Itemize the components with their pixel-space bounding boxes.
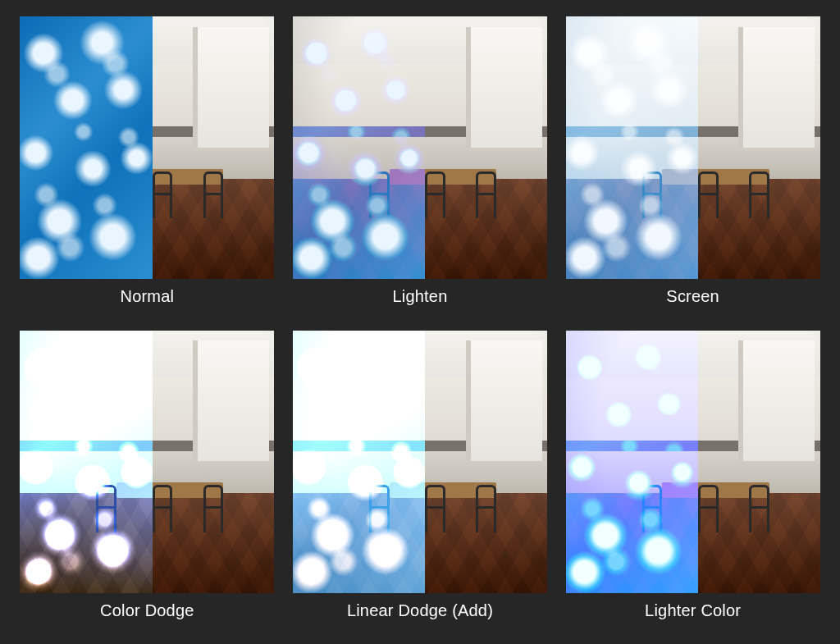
swatch-lighter-color xyxy=(566,331,820,593)
swatch-cell-lighter-color: Lighter Color xyxy=(564,331,822,630)
texture-overlay xyxy=(20,331,152,593)
texture-overlay xyxy=(20,16,152,279)
texture-overlay xyxy=(293,16,425,279)
blend-mode-grid: Normal Lighten Screen xyxy=(0,0,840,644)
swatch-label: Normal xyxy=(121,287,175,306)
swatch-label: Color Dodge xyxy=(100,601,194,620)
swatch-screen xyxy=(566,16,820,279)
texture-overlay xyxy=(293,331,425,593)
swatch-color-dodge xyxy=(20,331,274,593)
swatch-cell-linear-dodge: Linear Dodge (Add) xyxy=(291,331,550,630)
texture-overlay xyxy=(566,331,698,593)
swatch-cell-lighten: Lighten xyxy=(291,16,550,316)
swatch-cell-color-dodge: Color Dodge xyxy=(18,331,276,630)
swatch-label: Lighter Color xyxy=(645,601,741,620)
swatch-lighten xyxy=(293,16,547,279)
swatch-normal xyxy=(20,16,274,279)
swatch-cell-screen: Screen xyxy=(564,16,822,316)
texture-overlay xyxy=(566,16,698,279)
swatch-cell-normal: Normal xyxy=(18,16,276,316)
swatch-linear-dodge xyxy=(293,331,547,593)
swatch-label: Screen xyxy=(666,287,719,306)
swatch-label: Lighten xyxy=(392,287,447,306)
swatch-label: Linear Dodge (Add) xyxy=(347,601,493,620)
